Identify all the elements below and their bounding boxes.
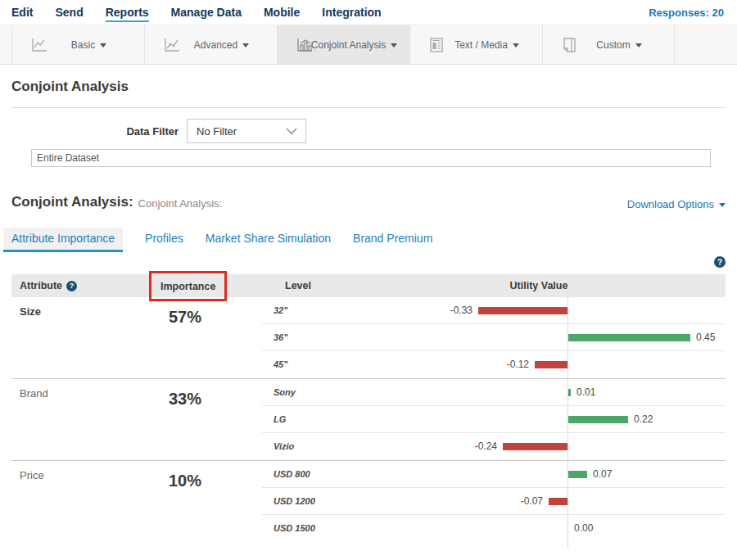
level-label: USD 1200 bbox=[274, 496, 315, 506]
nav-item-send[interactable]: Send bbox=[55, 2, 83, 22]
level-label: Vizio bbox=[274, 441, 294, 451]
utility-bar-positive bbox=[568, 389, 571, 396]
level-row: Sony0.01 bbox=[262, 379, 726, 406]
nav-item-manage-data[interactable]: Manage Data bbox=[171, 2, 242, 22]
attribute-importance-table: Attribute ? Importance Level Utility Val… bbox=[11, 274, 726, 549]
report-heading: Conjoint Analysis: bbox=[11, 194, 133, 210]
attribute-group-size: Size57%32"-0.3336"0.4545"-0.12 bbox=[11, 297, 726, 378]
toolbar-button-conjoint-analysis[interactable]: Conjoint Analysis bbox=[277, 25, 409, 64]
level-label: LG bbox=[274, 414, 286, 424]
data-filter-select[interactable]: No Filter bbox=[187, 119, 306, 143]
caret-down-icon bbox=[719, 203, 726, 207]
utility-value-label: 0.00 bbox=[574, 522, 593, 534]
tab-market-share-simulation[interactable]: Market Share Simulation bbox=[206, 228, 331, 252]
nav-item-reports[interactable]: Reports bbox=[106, 2, 149, 22]
table-header-row: Attribute ? Importance Level Utility Val… bbox=[11, 274, 726, 297]
utility-value-label: 0.22 bbox=[634, 413, 653, 425]
toolbar-button-custom[interactable]: Custom bbox=[542, 25, 675, 64]
caret-down-icon bbox=[513, 43, 519, 47]
report-subheading: Conjoint Analysis: bbox=[138, 197, 223, 210]
custom-page-icon bbox=[561, 37, 577, 53]
chevron-down-icon bbox=[286, 128, 297, 135]
table-help-row: ? bbox=[11, 252, 726, 272]
top-menu-bar: EditSendReportsManage DataMobileIntegrat… bbox=[0, 0, 737, 25]
utility-value-label: -0.07 bbox=[521, 495, 543, 507]
attribute-name: Price bbox=[11, 461, 142, 549]
caret-down-icon bbox=[391, 43, 397, 47]
utility-value-label: 0.45 bbox=[696, 332, 715, 343]
level-label: USD 800 bbox=[274, 469, 310, 479]
level-row: 45"-0.12 bbox=[262, 351, 726, 378]
title-divider bbox=[11, 107, 726, 108]
level-row: 32"-0.33 bbox=[262, 297, 726, 324]
utility-bar-positive bbox=[568, 471, 587, 478]
importance-column-header: Importance bbox=[142, 274, 262, 297]
level-label: Sony bbox=[274, 387, 296, 397]
newspaper-icon bbox=[428, 37, 445, 53]
attribute-group-price: Price10%USD 8000.07USD 1200-0.07USD 1500… bbox=[11, 460, 726, 549]
importance-value: 57% bbox=[142, 308, 228, 327]
level-label: 45" bbox=[274, 359, 287, 369]
data-filter-selected-value: No Filter bbox=[197, 125, 237, 138]
level-row: LG0.22 bbox=[262, 406, 726, 433]
utility-value-label: 0.07 bbox=[593, 468, 612, 480]
nav-item-integration[interactable]: Integration bbox=[322, 2, 381, 22]
report-tabs: Attribute ImportanceProfilesMarket Share… bbox=[11, 228, 726, 252]
utility-bar-positive bbox=[568, 416, 628, 423]
utility-value-label: 0.01 bbox=[576, 386, 595, 398]
utility-bar-positive bbox=[568, 334, 690, 341]
help-icon[interactable]: ? bbox=[714, 256, 726, 268]
utility-value-column-header: Utility Value bbox=[450, 280, 726, 291]
data-filter-label: Data Filter bbox=[0, 125, 179, 138]
level-row: 36"0.45 bbox=[262, 324, 726, 351]
nav-item-mobile[interactable]: Mobile bbox=[264, 2, 300, 22]
toolbar-button-basic[interactable]: Basic bbox=[11, 25, 144, 64]
responses-count[interactable]: Responses: 20 bbox=[649, 7, 724, 19]
tab-attribute-importance[interactable]: Attribute Importance bbox=[3, 228, 123, 252]
attribute-name: Size bbox=[11, 297, 142, 378]
level-row: USD 15000.00 bbox=[262, 515, 726, 542]
caret-down-icon bbox=[100, 43, 106, 47]
level-label: USD 1500 bbox=[274, 523, 315, 533]
level-row: USD 8000.07 bbox=[262, 461, 726, 488]
attribute-group-brand: Brand33%Sony0.01LG0.22Vizio-0.24 bbox=[11, 378, 726, 460]
data-filter-row: Data Filter No Filter bbox=[0, 119, 737, 143]
level-column-header: Level bbox=[262, 280, 450, 291]
tab-profiles[interactable]: Profiles bbox=[145, 228, 183, 252]
utility-value-label: -0.24 bbox=[475, 440, 497, 452]
level-label: 36" bbox=[274, 332, 287, 342]
utility-bar-negative bbox=[535, 361, 567, 368]
attribute-help-icon[interactable]: ? bbox=[66, 281, 77, 291]
level-row: Vizio-0.24 bbox=[262, 433, 726, 460]
importance-value: 10% bbox=[142, 472, 228, 490]
utility-value-label: -0.12 bbox=[507, 359, 529, 370]
level-label: 32" bbox=[274, 305, 287, 315]
line-chart-icon bbox=[30, 37, 48, 53]
report-type-toolbar: BasicAdvancedConjoint AnalysisText / Med… bbox=[0, 25, 737, 65]
page-title: Conjoint Analysis bbox=[11, 79, 726, 95]
report-heading-row: Conjoint Analysis: Conjoint Analysis: Do… bbox=[11, 194, 726, 210]
utility-bar-negative bbox=[478, 307, 567, 314]
axis-tail bbox=[262, 542, 726, 549]
toolbar-button-text-media[interactable]: Text / Media bbox=[409, 25, 542, 64]
caret-down-icon bbox=[242, 43, 249, 47]
utility-bar-negative bbox=[549, 498, 567, 505]
tab-brand-premium[interactable]: Brand Premium bbox=[353, 228, 432, 252]
level-row: USD 1200-0.07 bbox=[262, 488, 726, 515]
importance-value: 33% bbox=[142, 390, 228, 409]
bar-line-chart-icon bbox=[296, 37, 314, 53]
utility-bar-negative bbox=[503, 443, 567, 450]
download-options-button[interactable]: Download Options bbox=[627, 198, 726, 210]
scatter-line-chart-icon bbox=[163, 37, 181, 53]
red-annotation-box: Importance bbox=[149, 271, 227, 301]
attribute-column-header: Attribute ? bbox=[11, 280, 142, 291]
toolbar-button-advanced[interactable]: Advanced bbox=[144, 25, 277, 64]
dataset-input[interactable] bbox=[31, 149, 711, 167]
attribute-name: Brand bbox=[11, 379, 142, 460]
caret-down-icon bbox=[635, 43, 642, 47]
utility-value-label: -0.33 bbox=[450, 305, 472, 316]
nav-item-edit[interactable]: Edit bbox=[11, 2, 33, 22]
